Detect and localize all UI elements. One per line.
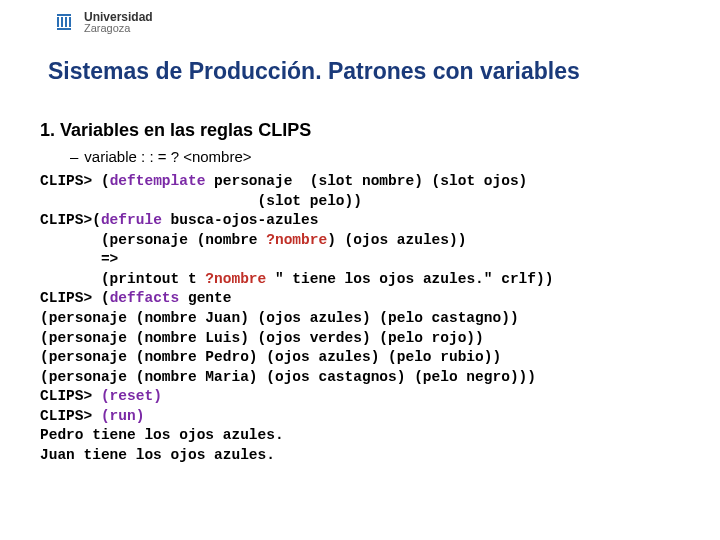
logo-line1: Universidad xyxy=(84,11,153,23)
bullet-text: variable : : = ? <nombre> xyxy=(84,148,251,165)
variable-nombre: ?nombre xyxy=(205,271,266,287)
keyword-deftemplate: deftemplate xyxy=(110,173,206,189)
keyword-run: (run) xyxy=(101,408,145,424)
logo-text: Universidad Zaragoza xyxy=(84,11,153,34)
keyword-defrule: defrule xyxy=(101,212,162,228)
dash-icon: – xyxy=(70,148,78,165)
slide-title: Sistemas de Producción. Patrones con var… xyxy=(48,58,580,85)
logo-line2: Zaragoza xyxy=(84,23,153,34)
section-heading: 1. Variables en las reglas CLIPS xyxy=(40,120,311,141)
variable-nombre: ?nombre xyxy=(266,232,327,248)
keyword-reset: (reset) xyxy=(101,388,162,404)
bullet-item: –variable : : = ? <nombre> xyxy=(70,148,252,165)
building-icon xyxy=(50,8,78,36)
code-block: CLIPS> (deftemplate personaje (slot nomb… xyxy=(40,172,553,465)
university-logo: Universidad Zaragoza xyxy=(50,8,153,36)
keyword-deffacts: deffacts xyxy=(110,290,180,306)
